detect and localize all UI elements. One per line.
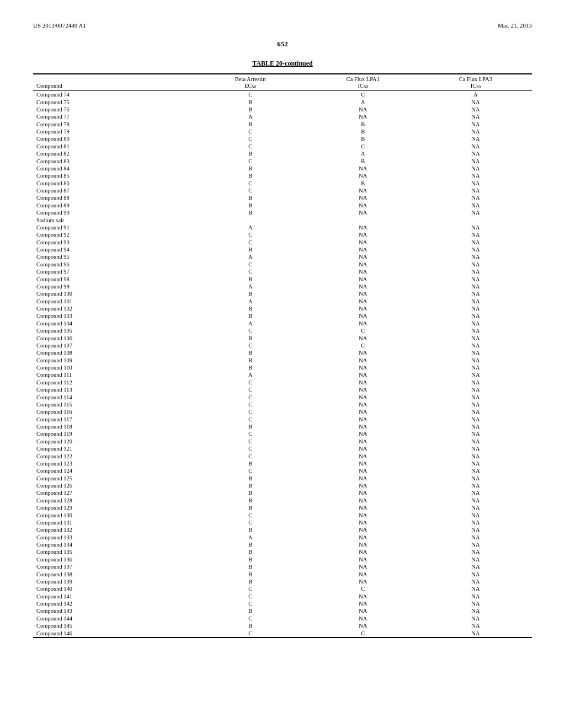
cell-caflux1: C [307,327,419,334]
cell-compound: Compound 143 [33,607,194,614]
cell-compound: Compound 114 [33,393,194,400]
cell-caflux3: NA [419,312,532,319]
cell-beta: B [194,526,307,533]
cell-caflux3: NA [419,165,532,172]
cell-compound: Compound 90 [33,209,194,216]
patent-number: US 2013/0072449 A1 [33,22,86,29]
cell-caflux1: NA [307,283,419,290]
cell-caflux1: NA [307,593,419,600]
cell-caflux1: NA [307,202,419,209]
cell-beta: C [194,128,307,135]
table-row: Compound 128BNANA [33,497,532,504]
cell-caflux3: NA [419,379,532,386]
table-row: Compound 139BNANA [33,578,532,585]
cell-caflux1: NA [307,489,419,496]
cell-compound: Compound 93 [33,239,194,246]
cell-beta: C [194,401,307,408]
table-row: Compound 137BNANA [33,563,532,570]
cell-caflux3: NA [419,121,532,128]
cell-caflux3: NA [419,482,532,489]
table-row: Compound 129BNANA [33,504,532,511]
table-row: Compound 144CNANA [33,615,532,622]
cell-caflux3: NA [419,467,532,474]
cell-compound: Compound 131 [33,519,194,526]
cell-caflux3: NA [419,150,532,157]
cell-compound: Compound 82 [33,150,194,157]
col-header-beta: Beta Arrestin EC₅₀ [194,74,307,91]
cell-caflux1: NA [307,275,419,282]
cell-compound: Compound 108 [33,349,194,356]
table-row: Compound 117CNANA [33,416,532,423]
cell-caflux3: NA [419,202,532,209]
cell-beta: B [194,165,307,172]
cell-beta: B [194,150,307,157]
cell-caflux3: NA [419,629,532,637]
table-row: Compound 75BANA [33,98,532,105]
table-header: Compound Beta Arrestin EC₅₀ Ca Flux LPA1… [33,74,532,91]
table-row: Compound 88BNANA [33,194,532,201]
cell-beta: C [194,239,307,246]
cell-beta: B [194,246,307,253]
table-row: Compound 101ANANA [33,298,532,305]
cell-caflux3: NA [419,489,532,496]
cell-caflux3: NA [419,541,532,548]
cell-caflux3: NA [419,327,532,334]
cell-compound: Compound 127 [33,489,194,496]
cell-beta: A [194,320,307,327]
cell-beta: B [194,622,307,629]
cell-beta: C [194,231,307,238]
cell-caflux3: NA [419,209,532,216]
cell-beta [194,216,307,223]
cell-beta: B [194,556,307,563]
table-row: Sodium salt [33,216,532,223]
table-row: Compound 127BNANA [33,489,532,496]
table-row: Compound 115CNANA [33,401,532,408]
table-row: Compound 87CNANA [33,187,532,194]
cell-beta: C [194,600,307,607]
cell-caflux3: NA [419,239,532,246]
cell-caflux3: NA [419,578,532,585]
table-row: Compound 83CBNA [33,157,532,164]
table-row: Compound 102BNANA [33,305,532,312]
cell-caflux1: NA [307,386,419,393]
cell-caflux3: NA [419,349,532,356]
cell-caflux1: NA [307,497,419,504]
table-row: Compound 105CCNA [33,327,532,334]
table-row: Compound 120CNANA [33,438,532,445]
cell-caflux3: NA [419,128,532,135]
cell-beta: B [194,172,307,179]
cell-compound: Compound 118 [33,423,194,430]
cell-beta: B [194,364,307,371]
cell-caflux1: NA [307,246,419,253]
table-row: Compound 109BNANA [33,357,532,364]
cell-caflux1: B [307,135,419,142]
cell-compound: Compound 107 [33,342,194,349]
cell-caflux1: NA [307,357,419,364]
table-row: Compound 81CCNA [33,143,532,150]
cell-caflux1: NA [307,556,419,563]
cell-caflux1: NA [307,607,419,614]
table-row: Compound 103BNANA [33,312,532,319]
cell-compound: Compound 92 [33,231,194,238]
cell-compound: Compound 140 [33,585,194,592]
cell-caflux1: NA [307,113,419,120]
table-row: Compound 118BNANA [33,423,532,430]
cell-beta: B [194,194,307,201]
table-row: Compound 95ANANA [33,253,532,260]
cell-caflux1: NA [307,519,419,526]
cell-caflux3: NA [419,593,532,600]
cell-beta: B [194,209,307,216]
cell-beta: B [194,202,307,209]
cell-caflux1: C [307,585,419,592]
cell-caflux1: C [307,342,419,349]
cell-beta: C [194,452,307,459]
cell-caflux3: NA [419,511,532,518]
cell-beta: A [194,253,307,260]
table-row: Compound 143BNANA [33,607,532,614]
cell-caflux1: NA [307,578,419,585]
cell-caflux3: NA [419,504,532,511]
cell-caflux1: NA [307,563,419,570]
cell-caflux3: NA [419,298,532,305]
cell-caflux3: NA [419,371,532,378]
cell-beta: C [194,430,307,437]
